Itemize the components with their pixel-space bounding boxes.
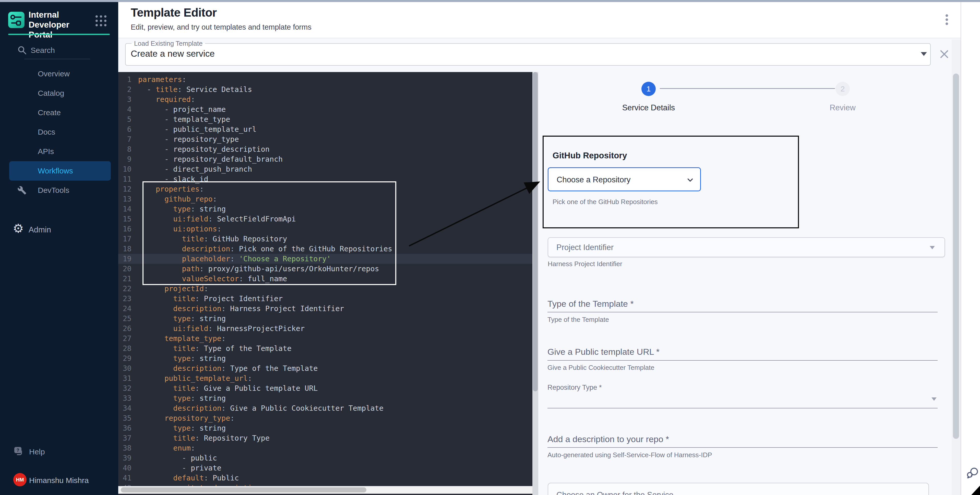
owner-select[interactable]: Choose an Owner for the Service — [548, 483, 929, 495]
sidebar-item-workflows[interactable]: Workflows — [9, 161, 111, 181]
right-gutter — [961, 2, 980, 495]
code-line: 3 required: — [118, 94, 538, 105]
divider — [24, 59, 90, 59]
code-line: 1parameters: — [118, 75, 538, 84]
owner-select-placeholder: Choose an Owner for the Service — [557, 490, 673, 495]
sidebar-item-label: Overview — [38, 70, 70, 78]
scrollbar-thumb[interactable] — [121, 487, 366, 492]
code-line: 2 - title: Service Details — [118, 84, 538, 94]
sidebar-nav: OverviewCatalogCreateDocsAPIsWorkflowsDe… — [9, 64, 111, 200]
sidebar-item-overview[interactable]: Overview — [9, 64, 111, 84]
window-top-strip — [0, 0, 980, 2]
user-menu[interactable]: HM Himanshu Mishra — [9, 473, 116, 489]
mouse-cursor — [969, 484, 980, 495]
sidebar-item-catalog[interactable]: Catalog — [9, 84, 111, 103]
page-header: Template Editor Edit, preview, and try o… — [118, 2, 961, 38]
yaml-editor[interactable]: 1parameters:2 - title: Service Details3 … — [118, 72, 538, 495]
code-line: 27 template_type: — [118, 334, 538, 344]
load-existing-template-label: Load Existing Template — [132, 40, 205, 48]
help-label: Help — [29, 447, 45, 456]
code-line: 24 description: Harness Project Identifi… — [118, 304, 538, 314]
code-line: 4 - project_name — [118, 105, 538, 115]
close-icon[interactable] — [939, 49, 950, 60]
more-options-icon[interactable] — [942, 13, 952, 31]
gear-icon: ⚙ — [13, 221, 24, 236]
panel-vertical-scrollbar[interactable] — [951, 40, 961, 495]
sidebar-item-label: Docs — [38, 128, 55, 136]
search-icon — [17, 45, 27, 56]
app-logo-icon — [8, 12, 24, 28]
help-chat-icon: ? — [13, 446, 25, 458]
code-line: 28 title: Type of the Template — [118, 344, 538, 353]
code-annotation-box — [143, 181, 396, 285]
sidebar-item-label: APIs — [38, 147, 54, 156]
chevron-down-icon — [686, 176, 695, 185]
code-line: 36 type: string — [118, 423, 538, 433]
load-existing-template-value: Create a new service — [131, 49, 215, 59]
github-repository-select[interactable]: Choose a Repository — [548, 167, 701, 191]
code-line: 8 - repositoty_description — [118, 144, 538, 154]
sidebar-item-apis[interactable]: APIs — [9, 142, 111, 161]
apps-grid-icon[interactable] — [95, 15, 107, 26]
scrollbar-thumb[interactable] — [953, 73, 959, 439]
code-line: 39 - public — [118, 453, 538, 463]
dropdown-arrow-icon — [921, 52, 927, 56]
admin-label: Admin — [29, 225, 51, 234]
code-line: 10 - direct_push_branch — [118, 164, 538, 174]
code-line: 25 type: string — [118, 314, 538, 324]
code-line: 7 - repository_type — [118, 134, 538, 144]
code-line: 22 projectId: — [118, 284, 538, 294]
code-line: 35 repository_type: — [118, 413, 538, 423]
project-identifier-select[interactable]: Project Identifier — [548, 237, 945, 257]
search-label: Search — [31, 46, 55, 55]
sidebar-item-label: Create — [38, 108, 61, 117]
sidebar-item-label: DevTools — [38, 186, 69, 195]
editor-horizontal-scrollbar[interactable] — [118, 486, 532, 494]
code-line: 9 - repository_default_branch — [118, 154, 538, 164]
repo-description-field[interactable] — [547, 430, 938, 453]
project-identifier-placeholder: Project Identifier — [557, 243, 614, 252]
code-line: 23 title: Project Identifier — [118, 294, 538, 304]
page-subtitle: Edit, preview, and try out templates and… — [131, 23, 312, 32]
load-existing-template-select[interactable] — [125, 43, 931, 66]
github-repository-select-value: Choose a Repository — [557, 175, 631, 185]
wrench-icon — [18, 186, 27, 195]
code-line: 34 description: Give a Public Cookiecutt… — [118, 403, 538, 413]
dropdown-arrow-icon — [930, 246, 935, 249]
sidebar-item-label: Workflows — [38, 167, 73, 175]
code-line: 31 public_template_url: — [118, 373, 538, 384]
page-title: Template Editor — [131, 6, 217, 19]
template-url-field[interactable] — [547, 342, 938, 365]
repository-type-select[interactable] — [547, 383, 938, 406]
svg-text:?: ? — [17, 448, 19, 453]
avatar: HM — [13, 473, 27, 486]
code-line: 40 - private — [118, 463, 538, 473]
code-line: 26 ui:field: HarnessProjectPicker — [118, 324, 538, 334]
code-line: 5 - template_type — [118, 115, 538, 124]
code-line: 29 type: string — [118, 353, 538, 363]
code-line: 33 type: string — [118, 393, 538, 403]
annotation-arrow — [406, 178, 544, 251]
template-editor-page: Internal Developer Portal Search Overvie… — [0, 0, 980, 495]
sidebar-item-docs[interactable]: Docs — [9, 123, 111, 142]
sidebar-item-devtools[interactable]: DevTools — [9, 181, 111, 200]
code-line: 6 - public_template_url — [118, 124, 538, 134]
code-line: 38 enum: — [118, 443, 538, 453]
sidebar-item-create[interactable]: Create — [9, 103, 111, 123]
sidebar-item-admin[interactable]: ⚙ Admin — [9, 221, 111, 239]
sidebar-search[interactable]: Search — [0, 43, 118, 58]
code-line: 30 description: Type of the Template — [118, 363, 538, 373]
brand-title: Internal Developer Portal — [29, 10, 92, 40]
sidebar: Internal Developer Portal Search Overvie… — [0, 2, 118, 495]
code-line: 37 title: Repository Type — [118, 433, 538, 443]
brand-divider — [8, 34, 110, 35]
sidebar-item-help[interactable]: ? Help — [9, 444, 111, 461]
editor-vertical-scrollbar[interactable] — [532, 72, 538, 495]
code-line: 32 title: Give a Public template URL — [118, 384, 538, 393]
sidebar-item-label: Catalog — [38, 89, 64, 97]
user-name: Himanshu Mishra — [29, 476, 89, 485]
code-line: 41 default: Public — [118, 473, 538, 483]
template-type-field[interactable] — [547, 294, 938, 317]
chat-support-icon[interactable] — [966, 466, 980, 480]
